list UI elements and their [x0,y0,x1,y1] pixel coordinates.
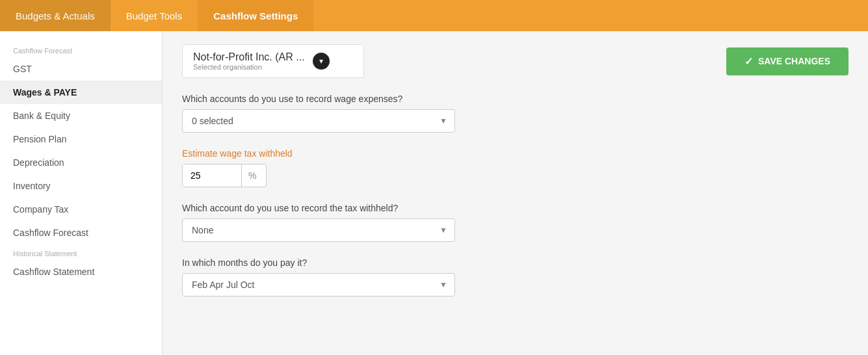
sidebar-item-company-tax[interactable]: Company Tax [0,198,162,221]
main-layout: Cashflow Forecast GST Wages & PAYE Bank … [0,31,868,355]
wage-accounts-section: Which accounts do you use to record wage… [182,94,848,133]
sidebar-item-bank-equity[interactable]: Bank & Equity [0,104,162,127]
nav-item-budget-tools[interactable]: Budget Tools [111,0,198,31]
header-row: Not-for-Profit Inc. (AR ... Selected org… [182,44,848,78]
nav-item-budgets-actuals[interactable]: Budgets & Actuals [0,0,111,31]
sidebar-section-cashflow-forecast: Cashflow Forecast [0,42,162,57]
nav-item-cashflow-settings[interactable]: Cashflow Settings [198,0,313,31]
wage-accounts-label: Which accounts do you use to record wage… [182,94,848,104]
percent-wrapper: % [182,164,267,187]
wage-accounts-select[interactable]: 0 selected [182,109,455,133]
pay-months-label: In which months do you pay it? [182,257,848,268]
wage-tax-input[interactable] [183,164,241,187]
pay-months-wrapper: Feb Apr Jul Oct ▼ [182,273,455,296]
org-sub: Selected organisation [193,63,305,71]
wage-accounts-wrapper: 0 selected ▼ [182,109,455,133]
percent-symbol: % [241,164,263,187]
org-info: Not-for-Profit Inc. (AR ... Selected org… [193,51,305,71]
pay-months-select[interactable]: Feb Apr Jul Oct [182,273,455,296]
sidebar: Cashflow Forecast GST Wages & PAYE Bank … [0,31,163,355]
tax-withheld-label: Which account do you use to record the t… [182,203,848,213]
save-button-label: SAVE CHANGES [758,56,830,66]
save-changes-button[interactable]: ✓ SAVE CHANGES [726,47,848,75]
sidebar-item-cashflow-statement[interactable]: Cashflow Statement [0,260,162,283]
top-nav: Budgets & Actuals Budget Tools Cashflow … [0,0,868,31]
tax-withheld-wrapper: None ▼ [182,218,455,242]
sidebar-item-inventory[interactable]: Inventory [0,174,162,198]
pay-months-section: In which months do you pay it? Feb Apr J… [182,257,848,296]
sidebar-item-wages-paye[interactable]: Wages & PAYE [0,81,162,104]
wage-tax-section: Estimate wage tax withheld % [182,148,848,187]
tax-withheld-select[interactable]: None [182,218,455,242]
org-name: Not-for-Profit Inc. (AR ... [193,51,305,63]
sidebar-item-pension-plan[interactable]: Pension Plan [0,127,162,151]
wage-tax-label: Estimate wage tax withheld [182,148,848,159]
sidebar-item-cashflow-forecast[interactable]: Cashflow Forecast [0,221,162,244]
sidebar-item-gst[interactable]: GST [0,57,162,81]
org-chevron-icon[interactable]: ▾ [313,53,330,70]
main-content: Not-for-Profit Inc. (AR ... Selected org… [163,31,868,355]
sidebar-section-historical: Historical Statement [0,244,162,260]
org-selector[interactable]: Not-for-Profit Inc. (AR ... Selected org… [182,44,364,78]
check-icon: ✓ [744,55,753,68]
tax-withheld-account-section: Which account do you use to record the t… [182,203,848,242]
sidebar-item-depreciation[interactable]: Depreciation [0,151,162,174]
